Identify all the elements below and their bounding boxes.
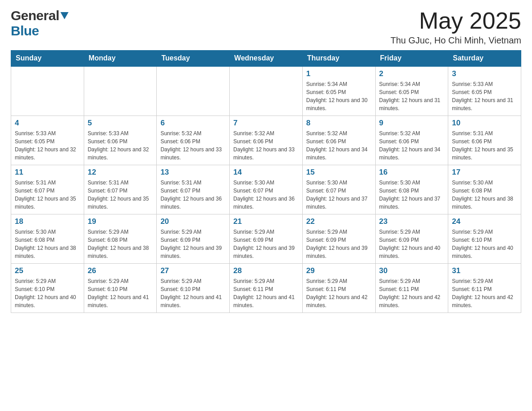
table-row xyxy=(230,66,303,116)
day-info: Sunrise: 5:29 AMSunset: 6:10 PMDaylight:… xyxy=(88,277,153,309)
day-info: Sunrise: 5:29 AMSunset: 6:11 PMDaylight:… xyxy=(379,277,445,309)
day-info: Sunrise: 5:31 AMSunset: 6:07 PMDaylight:… xyxy=(15,179,80,211)
logo-general-text: General xyxy=(11,8,59,23)
day-number: 7 xyxy=(233,119,299,128)
day-number: 27 xyxy=(160,266,226,275)
day-number: 15 xyxy=(306,168,372,177)
day-info: Sunrise: 5:30 AMSunset: 6:07 PMDaylight:… xyxy=(306,179,372,211)
table-row: 21Sunrise: 5:29 AMSunset: 6:09 PMDayligh… xyxy=(230,214,303,263)
day-number: 20 xyxy=(160,217,226,226)
calendar: Sunday Monday Tuesday Wednesday Thursday… xyxy=(0,50,532,324)
logo-blue-text: Blue xyxy=(11,23,39,38)
day-info: Sunrise: 5:29 AMSunset: 6:10 PMDaylight:… xyxy=(452,228,517,260)
day-number: 25 xyxy=(15,266,80,275)
calendar-body: 1Sunrise: 5:34 AMSunset: 6:05 PMDaylight… xyxy=(11,66,521,313)
table-row xyxy=(84,66,157,116)
day-number: 8 xyxy=(306,119,372,128)
day-info: Sunrise: 5:30 AMSunset: 6:08 PMDaylight:… xyxy=(452,179,517,211)
day-info: Sunrise: 5:29 AMSunset: 6:09 PMDaylight:… xyxy=(379,228,445,260)
day-info: Sunrise: 5:31 AMSunset: 6:07 PMDaylight:… xyxy=(88,179,153,211)
day-number: 5 xyxy=(88,119,153,128)
day-info: Sunrise: 5:33 AMSunset: 6:06 PMDaylight:… xyxy=(88,129,153,162)
table-row: 4Sunrise: 5:33 AMSunset: 6:05 PMDaylight… xyxy=(11,116,84,165)
table-row: 15Sunrise: 5:30 AMSunset: 6:07 PMDayligh… xyxy=(302,165,375,214)
day-number: 31 xyxy=(452,266,517,275)
table-row: 25Sunrise: 5:29 AMSunset: 6:10 PMDayligh… xyxy=(11,263,84,313)
day-number: 26 xyxy=(88,266,153,275)
day-number: 23 xyxy=(379,217,445,226)
day-number: 28 xyxy=(233,266,299,275)
day-number: 10 xyxy=(452,119,517,128)
day-number: 24 xyxy=(452,217,517,226)
title-area: May 2025 Thu GJuc, Ho Chi Minh, Vietnam xyxy=(390,8,521,46)
table-row: 27Sunrise: 5:29 AMSunset: 6:10 PMDayligh… xyxy=(157,263,230,313)
table-row: 1Sunrise: 5:34 AMSunset: 6:05 PMDaylight… xyxy=(302,66,375,116)
day-number: 14 xyxy=(233,168,299,177)
table-row: 22Sunrise: 5:29 AMSunset: 6:09 PMDayligh… xyxy=(302,214,375,263)
col-wednesday: Wednesday xyxy=(230,51,303,67)
day-info: Sunrise: 5:33 AMSunset: 6:05 PMDaylight:… xyxy=(452,80,517,112)
day-number: 19 xyxy=(88,217,153,226)
table-row: 28Sunrise: 5:29 AMSunset: 6:11 PMDayligh… xyxy=(230,263,303,313)
day-number: 16 xyxy=(379,168,445,177)
day-info: Sunrise: 5:29 AMSunset: 6:10 PMDaylight:… xyxy=(160,277,226,309)
day-info: Sunrise: 5:31 AMSunset: 6:06 PMDaylight:… xyxy=(452,129,517,162)
day-info: Sunrise: 5:32 AMSunset: 6:06 PMDaylight:… xyxy=(233,129,299,162)
table-row: 2Sunrise: 5:34 AMSunset: 6:05 PMDaylight… xyxy=(375,66,448,116)
table-row: 9Sunrise: 5:32 AMSunset: 6:06 PMDaylight… xyxy=(375,116,448,165)
logo-triangle-icon xyxy=(60,12,69,21)
table-row: 6Sunrise: 5:32 AMSunset: 6:06 PMDaylight… xyxy=(157,116,230,165)
day-number: 17 xyxy=(452,168,517,177)
table-row: 30Sunrise: 5:29 AMSunset: 6:11 PMDayligh… xyxy=(375,263,448,313)
day-info: Sunrise: 5:32 AMSunset: 6:06 PMDaylight:… xyxy=(306,129,372,162)
day-info: Sunrise: 5:32 AMSunset: 6:06 PMDaylight:… xyxy=(379,129,445,162)
svg-marker-0 xyxy=(60,12,69,19)
table-row: 12Sunrise: 5:31 AMSunset: 6:07 PMDayligh… xyxy=(84,165,157,214)
day-info: Sunrise: 5:29 AMSunset: 6:11 PMDaylight:… xyxy=(306,277,372,309)
table-row: 17Sunrise: 5:30 AMSunset: 6:08 PMDayligh… xyxy=(448,165,521,214)
calendar-header: Sunday Monday Tuesday Wednesday Thursday… xyxy=(11,51,521,67)
day-number: 1 xyxy=(306,69,372,78)
table-row: 13Sunrise: 5:31 AMSunset: 6:07 PMDayligh… xyxy=(157,165,230,214)
day-info: Sunrise: 5:33 AMSunset: 6:05 PMDaylight:… xyxy=(15,129,80,162)
location-title: Thu GJuc, Ho Chi Minh, Vietnam xyxy=(390,35,521,46)
table-row: 8Sunrise: 5:32 AMSunset: 6:06 PMDaylight… xyxy=(302,116,375,165)
table-row: 11Sunrise: 5:31 AMSunset: 6:07 PMDayligh… xyxy=(11,165,84,214)
day-info: Sunrise: 5:29 AMSunset: 6:09 PMDaylight:… xyxy=(306,228,372,260)
table-row: 24Sunrise: 5:29 AMSunset: 6:10 PMDayligh… xyxy=(448,214,521,263)
day-info: Sunrise: 5:30 AMSunset: 6:08 PMDaylight:… xyxy=(15,228,80,260)
day-info: Sunrise: 5:31 AMSunset: 6:07 PMDaylight:… xyxy=(160,179,226,211)
table-row: 14Sunrise: 5:30 AMSunset: 6:07 PMDayligh… xyxy=(230,165,303,214)
day-number: 3 xyxy=(452,69,517,78)
table-row: 31Sunrise: 5:29 AMSunset: 6:11 PMDayligh… xyxy=(448,263,521,313)
col-monday: Monday xyxy=(84,51,157,67)
day-info: Sunrise: 5:34 AMSunset: 6:05 PMDaylight:… xyxy=(379,80,445,112)
table-row: 3Sunrise: 5:33 AMSunset: 6:05 PMDaylight… xyxy=(448,66,521,116)
day-number: 2 xyxy=(379,69,445,78)
col-sunday: Sunday xyxy=(11,51,84,67)
table-row xyxy=(11,66,84,116)
day-number: 4 xyxy=(15,119,80,128)
table-row: 18Sunrise: 5:30 AMSunset: 6:08 PMDayligh… xyxy=(11,214,84,263)
table-row: 23Sunrise: 5:29 AMSunset: 6:09 PMDayligh… xyxy=(375,214,448,263)
table-row: 19Sunrise: 5:29 AMSunset: 6:08 PMDayligh… xyxy=(84,214,157,263)
day-number: 22 xyxy=(306,217,372,226)
day-number: 13 xyxy=(160,168,226,177)
day-info: Sunrise: 5:30 AMSunset: 6:07 PMDaylight:… xyxy=(233,179,299,211)
day-info: Sunrise: 5:30 AMSunset: 6:08 PMDaylight:… xyxy=(379,179,445,211)
day-number: 12 xyxy=(88,168,153,177)
table-row: 7Sunrise: 5:32 AMSunset: 6:06 PMDaylight… xyxy=(230,116,303,165)
day-number: 6 xyxy=(160,119,226,128)
page-header: General Blue May 2025 Thu GJuc, Ho Chi M… xyxy=(0,0,532,50)
col-friday: Friday xyxy=(375,51,448,67)
day-number: 30 xyxy=(379,266,445,275)
calendar-table: Sunday Monday Tuesday Wednesday Thursday… xyxy=(11,50,521,313)
table-row xyxy=(157,66,230,116)
col-thursday: Thursday xyxy=(302,51,375,67)
day-number: 18 xyxy=(15,217,80,226)
day-info: Sunrise: 5:29 AMSunset: 6:11 PMDaylight:… xyxy=(233,277,299,309)
day-info: Sunrise: 5:29 AMSunset: 6:09 PMDaylight:… xyxy=(233,228,299,260)
table-row: 16Sunrise: 5:30 AMSunset: 6:08 PMDayligh… xyxy=(375,165,448,214)
day-info: Sunrise: 5:34 AMSunset: 6:05 PMDaylight:… xyxy=(306,80,372,112)
table-row: 29Sunrise: 5:29 AMSunset: 6:11 PMDayligh… xyxy=(302,263,375,313)
